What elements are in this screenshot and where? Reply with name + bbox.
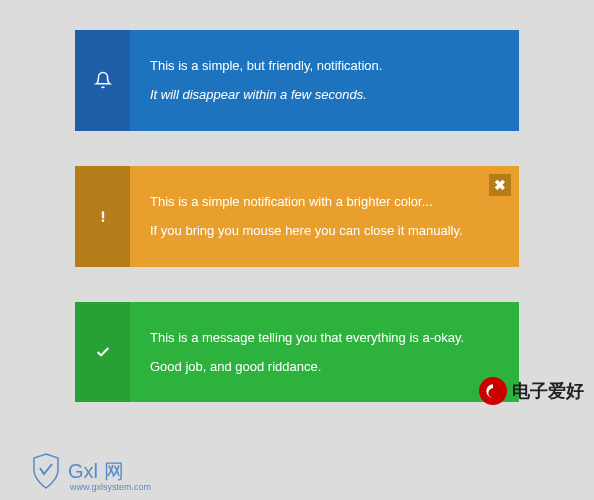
exclamation-icon — [75, 166, 130, 267]
notification-info: This is a simple, but friendly, notifica… — [75, 30, 519, 131]
watermark-right: 电子爱好 — [479, 377, 584, 405]
notification-line1: This is a message telling you that every… — [150, 326, 499, 349]
notification-line2: Good job, and good riddance. — [150, 355, 499, 378]
bell-icon — [75, 30, 130, 131]
logo-icon — [479, 377, 507, 405]
notification-warning: This is a simple notification with a bri… — [75, 166, 519, 267]
notification-line1: This is a simple, but friendly, notifica… — [150, 54, 499, 77]
shield-icon — [30, 452, 62, 490]
brand-url: www.gxlsystem.com — [70, 482, 151, 492]
notification-line1: This is a simple notification with a bri… — [150, 190, 499, 213]
notification-success: This is a message telling you that every… — [75, 302, 519, 403]
watermark-left: Gxl 网 www.gxlsystem.com — [30, 452, 124, 490]
check-icon — [75, 302, 130, 403]
notification-body: This is a simple notification with a bri… — [130, 166, 519, 267]
svg-rect-0 — [101, 212, 103, 219]
close-button[interactable]: ✖ — [489, 174, 511, 196]
notification-line2: It will disappear within a few seconds. — [150, 83, 499, 106]
notification-body: This is a message telling you that every… — [130, 302, 519, 403]
brand-text: Gxl 网 — [68, 458, 124, 485]
watermark-text: 电子爱好 — [512, 379, 584, 403]
svg-rect-1 — [101, 220, 103, 222]
close-icon: ✖ — [494, 177, 506, 193]
notification-line2: If you bring you mouse here you can clos… — [150, 219, 499, 242]
notification-body: This is a simple, but friendly, notifica… — [130, 30, 519, 131]
